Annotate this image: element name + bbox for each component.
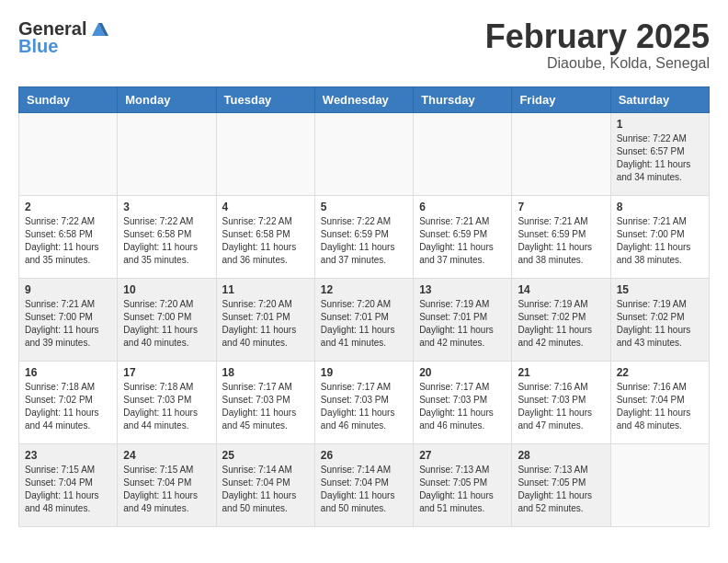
day-number: 3 — [123, 201, 210, 213]
day-info: Sunrise: 7:21 AM Sunset: 7:00 PM Dayligh… — [25, 298, 111, 350]
calendar-cell: 4Sunrise: 7:22 AM Sunset: 6:58 PM Daylig… — [216, 195, 314, 278]
calendar-cell: 5Sunrise: 7:22 AM Sunset: 6:59 PM Daylig… — [314, 195, 413, 278]
day-info: Sunrise: 7:21 AM Sunset: 7:00 PM Dayligh… — [617, 215, 703, 267]
calendar-cell: 22Sunrise: 7:16 AM Sunset: 7:04 PM Dayli… — [610, 361, 709, 443]
weekday-header-row: SundayMondayTuesdayWednesdayThursdayFrid… — [19, 86, 710, 112]
calendar-cell — [512, 112, 610, 195]
calendar-cell: 14Sunrise: 7:19 AM Sunset: 7:02 PM Dayli… — [512, 278, 610, 361]
day-number: 19 — [321, 366, 407, 379]
day-info: Sunrise: 7:17 AM Sunset: 7:03 PM Dayligh… — [321, 381, 407, 432]
calendar-cell: 19Sunrise: 7:17 AM Sunset: 7:03 PM Dayli… — [314, 361, 413, 443]
day-number: 20 — [419, 366, 506, 379]
calendar-cell: 7Sunrise: 7:21 AM Sunset: 6:59 PM Daylig… — [512, 195, 610, 278]
day-info: Sunrise: 7:19 AM Sunset: 7:01 PM Dayligh… — [419, 298, 506, 350]
calendar-cell: 3Sunrise: 7:22 AM Sunset: 6:58 PM Daylig… — [118, 195, 216, 278]
day-info: Sunrise: 7:19 AM Sunset: 7:02 PM Dayligh… — [518, 298, 604, 350]
calendar-cell: 25Sunrise: 7:14 AM Sunset: 7:04 PM Dayli… — [216, 443, 314, 526]
day-number: 1 — [617, 118, 703, 131]
day-info: Sunrise: 7:16 AM Sunset: 7:03 PM Dayligh… — [518, 381, 604, 432]
day-number: 21 — [518, 366, 604, 379]
logo-icon — [88, 19, 108, 40]
weekday-header-sunday: Sunday — [19, 86, 118, 112]
week-row-5: 23Sunrise: 7:15 AM Sunset: 7:04 PM Dayli… — [19, 443, 710, 526]
day-number: 14 — [518, 283, 604, 296]
day-info: Sunrise: 7:22 AM Sunset: 6:58 PM Dayligh… — [222, 215, 309, 267]
page-header: General Blue February 2025 Diaoube, Kold… — [18, 18, 710, 72]
day-number: 11 — [222, 283, 309, 296]
day-info: Sunrise: 7:18 AM Sunset: 7:03 PM Dayligh… — [123, 381, 210, 432]
day-number: 27 — [419, 449, 506, 462]
calendar-cell: 26Sunrise: 7:14 AM Sunset: 7:04 PM Dayli… — [314, 443, 413, 526]
day-number: 18 — [222, 366, 309, 379]
day-info: Sunrise: 7:13 AM Sunset: 7:05 PM Dayligh… — [419, 464, 506, 515]
week-row-3: 9Sunrise: 7:21 AM Sunset: 7:00 PM Daylig… — [19, 278, 710, 361]
calendar-cell: 13Sunrise: 7:19 AM Sunset: 7:01 PM Dayli… — [414, 278, 512, 361]
week-row-1: 1Sunrise: 7:22 AM Sunset: 6:57 PM Daylig… — [19, 112, 710, 195]
calendar-table: SundayMondayTuesdayWednesdayThursdayFrid… — [18, 86, 710, 527]
weekday-header-thursday: Thursday — [414, 86, 512, 112]
day-info: Sunrise: 7:20 AM Sunset: 7:01 PM Dayligh… — [222, 298, 309, 350]
calendar-cell — [118, 112, 216, 195]
day-info: Sunrise: 7:20 AM Sunset: 7:00 PM Dayligh… — [123, 298, 210, 350]
day-info: Sunrise: 7:13 AM Sunset: 7:05 PM Dayligh… — [518, 464, 604, 515]
logo-blue: Blue — [18, 36, 58, 57]
logo: General Blue — [18, 18, 108, 57]
day-info: Sunrise: 7:16 AM Sunset: 7:04 PM Dayligh… — [617, 381, 703, 432]
calendar-cell: 9Sunrise: 7:21 AM Sunset: 7:00 PM Daylig… — [19, 278, 118, 361]
day-info: Sunrise: 7:22 AM Sunset: 6:58 PM Dayligh… — [123, 215, 210, 267]
weekday-header-friday: Friday — [512, 86, 610, 112]
day-info: Sunrise: 7:17 AM Sunset: 7:03 PM Dayligh… — [222, 381, 309, 432]
calendar-cell: 15Sunrise: 7:19 AM Sunset: 7:02 PM Dayli… — [610, 278, 709, 361]
calendar-cell: 21Sunrise: 7:16 AM Sunset: 7:03 PM Dayli… — [512, 361, 610, 443]
day-number: 7 — [518, 201, 604, 213]
day-number: 16 — [25, 366, 111, 379]
weekday-header-monday: Monday — [118, 86, 216, 112]
calendar-cell: 27Sunrise: 7:13 AM Sunset: 7:05 PM Dayli… — [414, 443, 512, 526]
calendar-cell: 6Sunrise: 7:21 AM Sunset: 6:59 PM Daylig… — [414, 195, 512, 278]
calendar-cell: 16Sunrise: 7:18 AM Sunset: 7:02 PM Dayli… — [19, 361, 118, 443]
calendar-cell — [216, 112, 314, 195]
week-row-4: 16Sunrise: 7:18 AM Sunset: 7:02 PM Dayli… — [19, 361, 710, 443]
day-number: 17 — [123, 366, 210, 379]
day-number: 4 — [222, 201, 309, 213]
day-number: 23 — [25, 449, 111, 462]
calendar-cell — [610, 443, 709, 526]
day-number: 22 — [617, 366, 703, 379]
calendar-cell — [19, 112, 118, 195]
day-info: Sunrise: 7:15 AM Sunset: 7:04 PM Dayligh… — [123, 464, 210, 515]
calendar-cell — [414, 112, 512, 195]
calendar-cell: 11Sunrise: 7:20 AM Sunset: 7:01 PM Dayli… — [216, 278, 314, 361]
calendar-cell: 17Sunrise: 7:18 AM Sunset: 7:03 PM Dayli… — [118, 361, 216, 443]
day-info: Sunrise: 7:22 AM Sunset: 6:57 PM Dayligh… — [617, 132, 703, 184]
calendar-cell — [314, 112, 413, 195]
calendar-cell: 1Sunrise: 7:22 AM Sunset: 6:57 PM Daylig… — [610, 112, 709, 195]
day-info: Sunrise: 7:22 AM Sunset: 6:59 PM Dayligh… — [321, 215, 407, 267]
weekday-header-wednesday: Wednesday — [314, 86, 413, 112]
calendar-cell: 2Sunrise: 7:22 AM Sunset: 6:58 PM Daylig… — [19, 195, 118, 278]
day-info: Sunrise: 7:18 AM Sunset: 7:02 PM Dayligh… — [25, 381, 111, 432]
day-number: 25 — [222, 449, 309, 462]
day-number: 2 — [25, 201, 111, 213]
calendar-cell: 18Sunrise: 7:17 AM Sunset: 7:03 PM Dayli… — [216, 361, 314, 443]
day-info: Sunrise: 7:20 AM Sunset: 7:01 PM Dayligh… — [321, 298, 407, 350]
day-info: Sunrise: 7:15 AM Sunset: 7:04 PM Dayligh… — [25, 464, 111, 515]
day-number: 13 — [419, 283, 506, 296]
day-info: Sunrise: 7:21 AM Sunset: 6:59 PM Dayligh… — [518, 215, 604, 267]
day-number: 24 — [123, 449, 210, 462]
day-number: 10 — [123, 283, 210, 296]
calendar-cell: 20Sunrise: 7:17 AM Sunset: 7:03 PM Dayli… — [414, 361, 512, 443]
day-number: 6 — [419, 201, 506, 213]
day-number: 15 — [617, 283, 703, 296]
day-info: Sunrise: 7:19 AM Sunset: 7:02 PM Dayligh… — [617, 298, 703, 350]
day-number: 9 — [25, 283, 111, 296]
day-number: 5 — [321, 201, 407, 213]
calendar-cell: 8Sunrise: 7:21 AM Sunset: 7:00 PM Daylig… — [610, 195, 709, 278]
day-number: 12 — [321, 283, 407, 296]
calendar-cell: 23Sunrise: 7:15 AM Sunset: 7:04 PM Dayli… — [19, 443, 118, 526]
weekday-header-tuesday: Tuesday — [216, 86, 314, 112]
day-number: 28 — [518, 449, 604, 462]
day-info: Sunrise: 7:21 AM Sunset: 6:59 PM Dayligh… — [419, 215, 506, 267]
calendar-cell: 28Sunrise: 7:13 AM Sunset: 7:05 PM Dayli… — [512, 443, 610, 526]
weekday-header-saturday: Saturday — [610, 86, 709, 112]
calendar-cell: 10Sunrise: 7:20 AM Sunset: 7:00 PM Dayli… — [118, 278, 216, 361]
